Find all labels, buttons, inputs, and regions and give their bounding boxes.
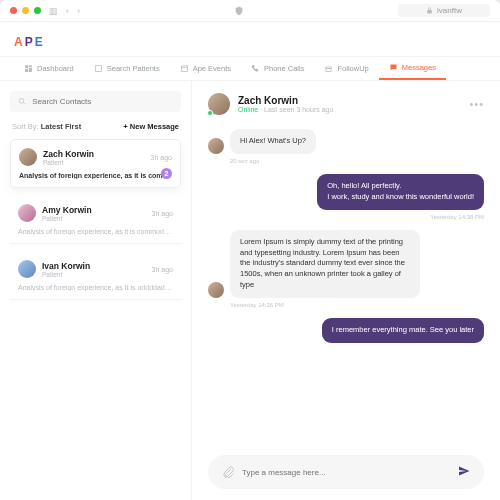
- sort-row: Sort By: Latest First + New Message: [12, 122, 179, 131]
- brand-logo: APE: [0, 22, 500, 56]
- message-in: Lorem Ipsum is simply dummy text of the …: [208, 230, 484, 298]
- composer-input[interactable]: [242, 468, 450, 477]
- sort-value[interactable]: Latest First: [41, 122, 81, 131]
- attachment-icon[interactable]: [222, 466, 234, 478]
- contact-card[interactable]: Zach Korwin Patient 3h ago Analysis of f…: [10, 139, 181, 188]
- presence-dot: [207, 110, 213, 116]
- dashboard-icon: [24, 64, 33, 73]
- message-out: Oh, hello! All perfectly. I work, study …: [208, 174, 484, 210]
- chat-name: Zach Korwin: [238, 95, 333, 106]
- chat-header: Zach Korwin Online · Last seen 3 hours a…: [208, 93, 484, 115]
- search-contacts[interactable]: [10, 91, 181, 112]
- unread-badge: 2: [161, 168, 172, 179]
- contact-role: Patient: [42, 215, 92, 222]
- contact-preview: Analysis of foreign experience, as it is…: [19, 172, 172, 179]
- lock-icon: [426, 7, 433, 14]
- bubble: Lorem Ipsum is simply dummy text of the …: [230, 230, 420, 298]
- main-tabs: Dashboard Search Patients Ape Events Pho…: [0, 56, 500, 81]
- content: Sort By: Latest First + New Message Zach…: [0, 81, 500, 500]
- chat-panel: Zach Korwin Online · Last seen 3 hours a…: [192, 81, 500, 500]
- bubble: Oh, hello! All perfectly. I work, study …: [317, 174, 484, 210]
- send-icon: [458, 465, 470, 477]
- timestamp: Yesterday 14:38 PM: [208, 214, 484, 220]
- forward-icon[interactable]: ›: [77, 6, 80, 16]
- composer: [208, 455, 484, 489]
- contacts-sidebar: Sort By: Latest First + New Message Zach…: [0, 81, 192, 500]
- contact-time: 3h ago: [152, 266, 173, 273]
- chat-status: Online · Last seen 3 hours ago: [238, 106, 333, 113]
- avatar: [18, 260, 36, 278]
- contact-name: Zach Korwin: [43, 149, 94, 159]
- contact-time: 3h ago: [152, 210, 173, 217]
- nav-buttons: ▥ ‹ ›: [49, 6, 80, 16]
- send-button[interactable]: [458, 463, 470, 481]
- contact-card[interactable]: Amy Korwin Patient 3h ago Analysis of fo…: [10, 196, 181, 244]
- url-text: ivanftw: [437, 6, 462, 15]
- tab-ape-events[interactable]: Ape Events: [170, 57, 241, 80]
- messages-list: Hi Alex! What's Up? 20 sec ago Oh, hello…: [208, 129, 484, 445]
- timestamp: 20 sec ago: [230, 158, 484, 164]
- gift-icon: [324, 64, 333, 73]
- avatar: [18, 204, 36, 222]
- avatar: [208, 93, 230, 115]
- minimize-dot[interactable]: [22, 7, 29, 14]
- tab-phone-calls[interactable]: Phone Calls: [241, 57, 314, 80]
- contact-name: Amy Korwin: [42, 205, 92, 215]
- phone-icon: [251, 64, 260, 73]
- contact-preview: Analysis of foreign experience, as it is…: [18, 228, 173, 235]
- tab-followup[interactable]: FollowUp: [314, 57, 378, 80]
- message-out: I remember everything mate. See you late…: [208, 318, 484, 343]
- new-message-button[interactable]: + New Message: [123, 122, 179, 131]
- contact-time: 3h ago: [151, 154, 172, 161]
- sort-label: Sort By:: [12, 122, 39, 131]
- bubble: Hi Alex! What's Up?: [230, 129, 316, 154]
- back-icon[interactable]: ‹: [66, 6, 69, 16]
- message-in: Hi Alex! What's Up?: [208, 129, 484, 154]
- sidebar-toggle-icon[interactable]: ▥: [49, 6, 58, 16]
- contact-role: Patient: [43, 159, 94, 166]
- app-window: ▥ ‹ › ivanftw APE Dashboard Search Patie…: [0, 0, 500, 500]
- calendar-icon: [180, 64, 189, 73]
- close-dot[interactable]: [10, 7, 17, 14]
- bubble: I remember everything mate. See you late…: [322, 318, 484, 343]
- tab-dashboard[interactable]: Dashboard: [14, 57, 84, 80]
- avatar: [208, 282, 224, 298]
- address-bar[interactable]: ivanftw: [398, 4, 490, 17]
- tab-messages[interactable]: Messages: [379, 57, 446, 80]
- contact-name: Ivan Korwin: [42, 261, 90, 271]
- more-menu-icon[interactable]: •••: [469, 98, 484, 110]
- contact-role: Patient: [42, 271, 90, 278]
- zoom-dot[interactable]: [34, 7, 41, 14]
- avatar: [19, 148, 37, 166]
- traffic-lights: [10, 7, 41, 14]
- chat-icon: [389, 63, 398, 72]
- search-icon: [18, 97, 26, 106]
- search-input[interactable]: [32, 97, 173, 106]
- avatar: [208, 138, 224, 154]
- timestamp: Yesterday 14:26 PM: [230, 302, 484, 308]
- tab-search-patients[interactable]: Search Patients: [84, 57, 170, 80]
- shield-icon: [234, 6, 244, 16]
- contact-card[interactable]: Ivan Korwin Patient 3h ago Analysis of f…: [10, 252, 181, 300]
- contact-preview: Analysis of foreign experience, as It is…: [18, 284, 173, 291]
- titlebar: ▥ ‹ › ivanftw: [0, 0, 500, 22]
- patients-icon: [94, 64, 103, 73]
